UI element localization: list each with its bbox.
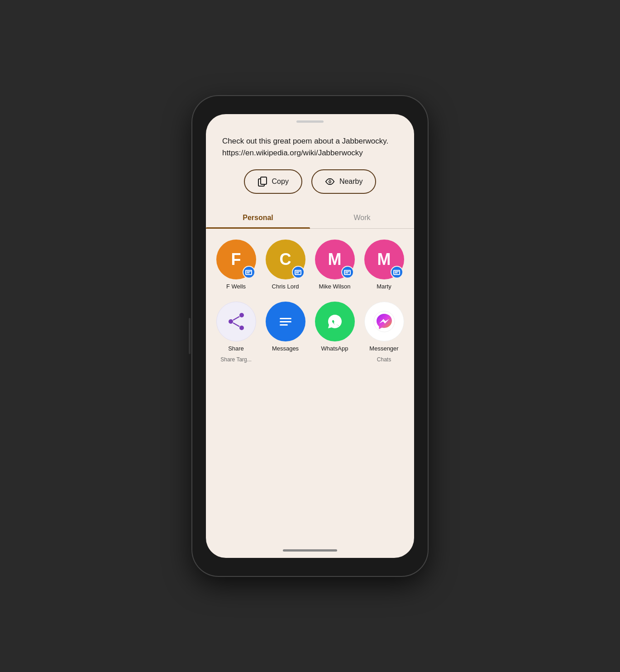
svg-point-2: [329, 181, 331, 183]
contact-mike-wilson[interactable]: M Mike Wilson: [312, 240, 358, 291]
app-share-name: Share: [228, 345, 244, 353]
contact-marty[interactable]: M Marty: [361, 240, 407, 291]
messenger-app-icon: [364, 302, 404, 341]
contacts-grid: F F Wells C: [206, 229, 414, 291]
whatsapp-app-icon: [315, 302, 355, 341]
share-sheet: Check out this great poem about a Jabber…: [206, 123, 414, 545]
svg-rect-9: [280, 318, 291, 319]
messages-app-icon: [266, 302, 305, 341]
contact-name-chris-lord: Chris Lord: [272, 283, 299, 291]
action-buttons-row: Copy Nearby: [206, 169, 414, 206]
svg-rect-11: [280, 324, 288, 326]
phone-device: Check out this great poem about a Jabber…: [192, 96, 428, 576]
app-whatsapp[interactable]: WhatsApp: [312, 302, 358, 363]
contact-name-mike-wilson: Mike Wilson: [319, 283, 350, 291]
contact-badge-mike-wilson: [341, 266, 354, 278]
app-share-sub: Share Targ...: [220, 356, 251, 363]
phone-screen: Check out this great poem about a Jabber…: [206, 114, 414, 558]
svg-line-6: [233, 317, 239, 320]
app-whatsapp-name: WhatsApp: [321, 345, 348, 353]
contact-name-marty: Marty: [377, 283, 391, 291]
contact-name-f-wells: F Wells: [226, 283, 246, 291]
apps-grid: Share Share Targ... Messages: [206, 291, 414, 370]
app-messenger-sub: Chats: [377, 356, 391, 363]
app-messenger-name: Messenger: [369, 345, 398, 353]
contact-badge-marty: [391, 266, 403, 278]
tabs-row: Personal Work: [206, 206, 414, 229]
contact-initial-chris-lord: C: [280, 250, 291, 269]
svg-point-4: [229, 319, 233, 324]
drag-handle-bottom: [283, 549, 337, 552]
tab-personal[interactable]: Personal: [206, 206, 310, 228]
app-messenger[interactable]: Messenger Chats: [361, 302, 407, 363]
nearby-icon: [325, 177, 335, 187]
contact-avatar-mike-wilson: M: [315, 240, 355, 279]
tab-personal-label: Personal: [243, 214, 273, 221]
app-messages[interactable]: Messages: [262, 302, 308, 363]
contact-f-wells[interactable]: F F Wells: [213, 240, 259, 291]
svg-rect-1: [261, 177, 267, 184]
copy-label: Copy: [272, 178, 289, 186]
contact-initial-f-wells: F: [231, 250, 241, 269]
nearby-label: Nearby: [339, 178, 363, 186]
svg-line-7: [233, 323, 239, 326]
contact-chris-lord[interactable]: C Chris Lord: [262, 240, 308, 291]
svg-point-3: [239, 313, 244, 317]
contact-avatar-chris-lord: C: [266, 240, 305, 279]
contact-initial-marty: M: [377, 250, 391, 269]
app-share[interactable]: Share Share Targ...: [213, 302, 259, 363]
copy-icon: [258, 177, 267, 187]
contact-avatar-marty: M: [364, 240, 404, 279]
app-messages-name: Messages: [272, 345, 299, 353]
contact-avatar-f-wells: F: [216, 240, 256, 279]
tab-work-label: Work: [353, 214, 370, 221]
tab-work[interactable]: Work: [310, 206, 414, 228]
svg-rect-10: [280, 321, 291, 322]
contact-initial-mike-wilson: M: [328, 250, 342, 269]
copy-button[interactable]: Copy: [244, 169, 302, 194]
share-message-text: Check out this great poem about a Jabber…: [206, 123, 414, 169]
nearby-button[interactable]: Nearby: [311, 169, 377, 194]
contact-badge-chris-lord: [292, 266, 305, 278]
share-app-icon: [216, 302, 256, 341]
svg-point-5: [239, 326, 244, 330]
contact-badge-f-wells: [243, 266, 255, 278]
